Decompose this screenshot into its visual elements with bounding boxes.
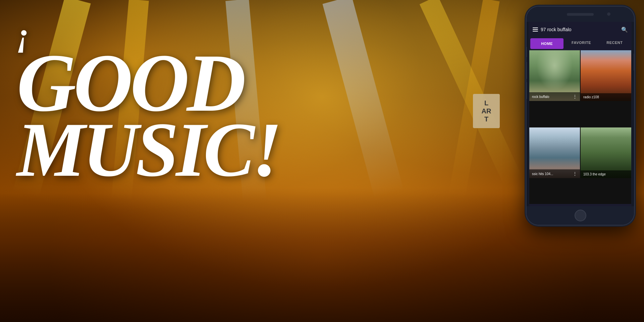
mute-button xyxy=(527,47,527,57)
tab-bar: HOME FAVORITE RECENT xyxy=(529,37,631,50)
phone-mockup: 97 rock buffalo 🔍 HOME FAVORITE RECENT r… xyxy=(510,0,644,322)
phone-top-bar xyxy=(527,7,634,22)
tab-favorite[interactable]: FAVORITE xyxy=(565,37,598,50)
hamburger-line-3 xyxy=(533,31,538,32)
volume-down-button xyxy=(527,82,527,99)
card-label-3: ssic hits 104... ⋮ xyxy=(529,169,580,178)
radio-card-the-edge[interactable]: 103.3 the edge xyxy=(581,127,631,178)
tab-recent[interactable]: RECENT xyxy=(598,37,631,50)
radio-card-rock-buffalo[interactable]: rock buffalo ⋮ xyxy=(529,50,580,101)
app-title: 97 rock buffalo xyxy=(541,27,619,32)
card-label-2: radio z108 xyxy=(581,93,631,101)
phone-frame: 97 rock buffalo 🔍 HOME FAVORITE RECENT r… xyxy=(527,7,634,225)
slogan-music: MUSIC! xyxy=(17,117,279,183)
phone-camera xyxy=(607,12,610,16)
phone-screen: 97 rock buffalo 🔍 HOME FAVORITE RECENT r… xyxy=(529,22,631,206)
search-icon[interactable]: 🔍 xyxy=(621,26,628,33)
hamburger-menu-button[interactable] xyxy=(533,28,538,32)
card-label-1: rock buffalo ⋮ xyxy=(529,92,580,101)
app-header: 97 rock buffalo 🔍 xyxy=(529,22,631,37)
radio-station-grid: rock buffalo ⋮ radio z108 ssic hits 104.… xyxy=(529,50,631,204)
radio-card-z108[interactable]: radio z108 xyxy=(581,50,631,101)
home-button[interactable] xyxy=(575,210,586,221)
card-label-4: 103.3 the edge xyxy=(581,170,631,178)
card-menu-icon-3[interactable]: ⋮ xyxy=(573,171,577,176)
station-name-3: ssic hits 104... xyxy=(532,172,553,176)
card-menu-icon-1[interactable]: ⋮ xyxy=(573,94,577,99)
phone-speaker xyxy=(567,13,594,16)
hamburger-line-2 xyxy=(533,29,538,30)
phone-bottom-bar xyxy=(527,206,634,225)
venue-sign: L AR T xyxy=(473,94,500,128)
station-name-4: 103.3 the edge xyxy=(583,172,606,176)
station-name-1: rock buffalo xyxy=(532,95,549,99)
power-button xyxy=(634,54,634,70)
main-slogan: ¡ GOOD MUSIC! xyxy=(17,20,279,182)
beam-4 xyxy=(323,0,404,198)
hamburger-line-1 xyxy=(533,28,538,28)
station-name-2: radio z108 xyxy=(583,95,599,99)
radio-card-classic-hits[interactable]: ssic hits 104... ⋮ xyxy=(529,127,580,178)
volume-up-button xyxy=(527,62,527,79)
tab-home[interactable]: HOME xyxy=(530,38,564,49)
